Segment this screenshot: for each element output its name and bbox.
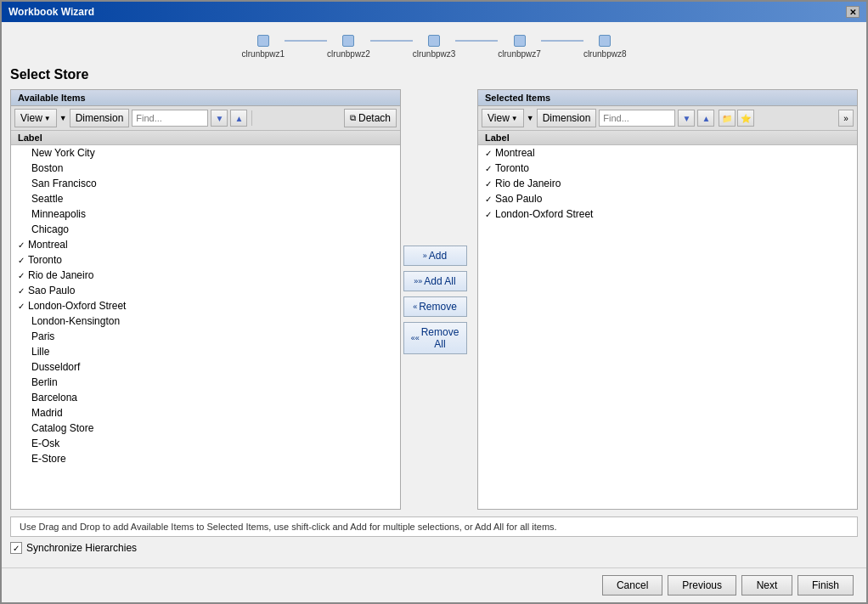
list-item[interactable]: Barcelona — [11, 390, 400, 405]
toolbar-separator — [251, 110, 252, 126]
available-toolbar: View ▼ ▼ Dimension ▼ ▲ ⧉ Detach — [11, 106, 400, 131]
list-item[interactable]: ✓Rio de Janeiro — [11, 268, 400, 283]
footer: Cancel Previous Next Finish — [2, 567, 866, 602]
title-bar: Workbook Wizard ✕ — [2, 2, 866, 22]
info-bar: Use Drag and Drop to add Available Items… — [10, 517, 858, 537]
sync-label: Synchronize Hierarchies — [26, 542, 137, 554]
view-extra-arrow[interactable]: ▼ — [59, 114, 67, 122]
list-item[interactable]: E-Osk — [11, 436, 400, 451]
available-panel-title: Available Items — [11, 90, 400, 106]
step-8[interactable]: clrunbpwz8 — [583, 35, 627, 59]
step-dot-3 — [428, 35, 440, 47]
step-1[interactable]: clrunbpwz1 — [242, 35, 285, 59]
list-item[interactable]: Dusseldorf — [11, 359, 400, 375]
step-dot-1 — [257, 35, 269, 47]
add-all-button[interactable]: »» Add All — [403, 271, 467, 291]
selected-folder-button[interactable]: 📁 — [719, 110, 736, 127]
list-item[interactable]: Paris — [11, 329, 400, 344]
sync-bar: Synchronize Hierarchies — [10, 537, 858, 559]
selected-panel-title: Selected Items — [478, 90, 857, 106]
remove-icon: « — [413, 302, 417, 311]
remove-all-button[interactable]: «« Remove All — [403, 322, 467, 354]
selected-items-panel: Selected Items View ▼ ▼ Dimension ▼ ▲ 📁 — [477, 89, 858, 510]
list-item[interactable]: London-Kensington — [11, 313, 400, 329]
step-7[interactable]: clrunbpwz7 — [498, 35, 541, 59]
step-label-2: clrunbpwz2 — [327, 49, 370, 59]
add-button[interactable]: » Add — [403, 246, 467, 266]
main-area: Available Items View ▼ ▼ Dimension ▼ ▲ — [10, 89, 858, 510]
list-item[interactable]: ✓Sao Paulo — [11, 283, 400, 298]
selected-list-header: Label — [478, 131, 857, 145]
finish-button[interactable]: Finish — [798, 575, 854, 596]
available-find-input[interactable] — [132, 110, 208, 127]
step-label-7: clrunbpwz7 — [498, 49, 541, 59]
detach-icon: ⧉ — [350, 113, 356, 123]
selected-find-input[interactable] — [599, 110, 675, 127]
list-item[interactable]: ✓Rio de Janeiro — [478, 176, 857, 191]
selected-view-button[interactable]: View ▼ — [482, 109, 524, 127]
step-line-1-2 — [285, 40, 327, 42]
available-nav-down-button[interactable]: ▼ — [211, 110, 228, 127]
step-dot-7 — [514, 35, 526, 47]
cancel-button[interactable]: Cancel — [602, 575, 662, 596]
step-line-3-7 — [455, 40, 498, 42]
list-item[interactable]: New York City — [11, 145, 400, 161]
list-item[interactable]: Minneapolis — [11, 206, 400, 222]
available-list[interactable]: New York CityBostonSan FranciscoSeattleM… — [11, 145, 400, 509]
list-item[interactable]: ✓Montreal — [11, 237, 400, 252]
step-3[interactable]: clrunbpwz3 — [413, 35, 456, 59]
available-detach-button[interactable]: ⧉ Detach — [344, 109, 397, 127]
selected-nav-up-button[interactable]: ▲ — [697, 110, 714, 127]
selected-view-dropdown-arrow: ▼ — [511, 115, 518, 122]
available-dimension-button[interactable]: Dimension — [70, 109, 130, 127]
list-item[interactable]: Boston — [11, 161, 400, 176]
close-button[interactable]: ✕ — [846, 6, 860, 18]
selected-list[interactable]: ✓Montreal✓Toronto✓Rio de Janeiro✓Sao Pau… — [478, 145, 857, 509]
remove-all-icon: «« — [411, 334, 420, 342]
list-item[interactable]: ✓London-Oxford Street — [478, 206, 857, 222]
list-item[interactable]: Madrid — [11, 405, 400, 421]
list-item[interactable]: Berlin — [11, 375, 400, 390]
available-view-button[interactable]: View ▼ — [14, 109, 57, 127]
list-item[interactable]: ✓London-Oxford Street — [11, 298, 400, 313]
step-dot-2 — [342, 35, 354, 47]
next-button[interactable]: Next — [741, 575, 792, 596]
list-item[interactable]: ✓Sao Paulo — [478, 191, 857, 206]
remove-button[interactable]: « Remove — [403, 296, 467, 317]
selected-toolbar: View ▼ ▼ Dimension ▼ ▲ 📁 ⭐ » — [478, 106, 857, 131]
step-line-2-3 — [370, 40, 413, 42]
step-2[interactable]: clrunbpwz2 — [327, 35, 370, 59]
selected-overflow-button[interactable]: » — [838, 110, 854, 127]
sync-checkbox[interactable] — [10, 542, 22, 554]
list-item[interactable]: ✓Montreal — [478, 145, 857, 161]
window-title: Workbook Wizard — [8, 6, 94, 18]
available-list-header: Label — [11, 131, 400, 145]
list-item[interactable]: Catalog Store — [11, 421, 400, 436]
list-item[interactable]: ✓Toronto — [11, 252, 400, 268]
selected-star-button[interactable]: ⭐ — [737, 110, 754, 127]
step-line-7-8 — [541, 40, 583, 42]
wizard-steps: clrunbpwz1 clrunbpwz2 clrunbpwz3 — [10, 31, 858, 67]
list-item[interactable]: ✓Toronto — [478, 161, 857, 176]
add-icon: » — [423, 251, 427, 260]
list-item[interactable]: Chicago — [11, 222, 400, 237]
selected-extra-buttons: 📁 ⭐ — [719, 110, 754, 127]
list-item[interactable]: E-Store — [11, 451, 400, 466]
step-label-8: clrunbpwz8 — [583, 49, 627, 59]
available-nav-up-button[interactable]: ▲ — [230, 110, 247, 127]
list-item[interactable]: Seattle — [11, 191, 400, 206]
page-title: Select Store — [10, 67, 858, 82]
step-label-3: clrunbpwz3 — [413, 49, 456, 59]
selected-view-extra-arrow[interactable]: ▼ — [527, 114, 534, 122]
selected-dimension-button[interactable]: Dimension — [537, 109, 597, 127]
add-all-icon: »» — [414, 277, 422, 285]
steps-row: clrunbpwz1 clrunbpwz2 clrunbpwz3 — [242, 35, 627, 59]
step-dot-8 — [599, 35, 611, 47]
main-content: clrunbpwz1 clrunbpwz2 clrunbpwz3 — [2, 22, 866, 567]
previous-button[interactable]: Previous — [668, 575, 736, 596]
list-item[interactable]: Lille — [11, 344, 400, 359]
available-items-panel: Available Items View ▼ ▼ Dimension ▼ ▲ — [10, 89, 401, 510]
selected-nav-down-button[interactable]: ▼ — [678, 110, 695, 127]
step-label-1: clrunbpwz1 — [242, 49, 285, 59]
list-item[interactable]: San Francisco — [11, 176, 400, 191]
